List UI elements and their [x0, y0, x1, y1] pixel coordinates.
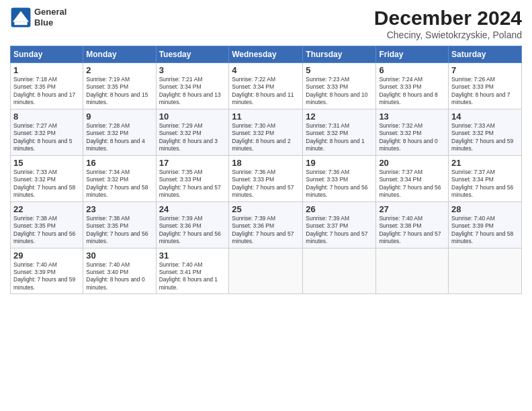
day-number: 6 [379, 65, 445, 75]
table-row [303, 248, 376, 294]
col-thursday: Thursday [303, 46, 376, 63]
table-row: 30Sunrise: 7:40 AM Sunset: 3:40 PM Dayli… [83, 248, 156, 294]
day-info: Sunrise: 7:40 AM Sunset: 3:39 PM Dayligh… [451, 215, 519, 246]
table-row: 16Sunrise: 7:34 AM Sunset: 3:32 PM Dayli… [83, 155, 156, 201]
col-monday: Monday [83, 46, 156, 63]
day-number: 15 [13, 158, 80, 168]
day-info: Sunrise: 7:18 AM Sunset: 3:35 PM Dayligh… [13, 76, 80, 107]
table-row: 17Sunrise: 7:35 AM Sunset: 3:33 PM Dayli… [156, 155, 229, 201]
col-saturday: Saturday [449, 46, 522, 63]
header: General Blue December 2024 Checiny, Swie… [10, 7, 522, 40]
table-row: 11Sunrise: 7:30 AM Sunset: 3:32 PM Dayli… [229, 109, 303, 155]
day-number: 27 [379, 204, 445, 214]
day-number: 28 [451, 204, 519, 214]
day-info: Sunrise: 7:39 AM Sunset: 3:37 PM Dayligh… [306, 215, 373, 246]
day-info: Sunrise: 7:40 AM Sunset: 3:38 PM Dayligh… [379, 215, 445, 246]
calendar-row-2: 8Sunrise: 7:27 AM Sunset: 3:32 PM Daylig… [11, 109, 522, 155]
day-number: 24 [159, 204, 226, 214]
table-row: 10Sunrise: 7:29 AM Sunset: 3:32 PM Dayli… [156, 109, 229, 155]
day-info: Sunrise: 7:21 AM Sunset: 3:34 PM Dayligh… [159, 76, 226, 107]
logo: General Blue [10, 7, 66, 28]
day-info: Sunrise: 7:29 AM Sunset: 3:32 PM Dayligh… [159, 122, 226, 153]
day-number: 23 [86, 204, 152, 214]
table-row [376, 248, 449, 294]
day-number: 16 [86, 158, 152, 168]
day-number: 29 [13, 250, 80, 261]
day-info: Sunrise: 7:24 AM Sunset: 3:33 PM Dayligh… [379, 76, 445, 107]
calendar-header-row: Sunday Monday Tuesday Wednesday Thursday… [11, 46, 522, 63]
day-info: Sunrise: 7:27 AM Sunset: 3:32 PM Dayligh… [13, 122, 80, 153]
day-info: Sunrise: 7:32 AM Sunset: 3:32 PM Dayligh… [379, 122, 445, 153]
calendar-row-1: 1Sunrise: 7:18 AM Sunset: 3:35 PM Daylig… [11, 63, 522, 109]
table-row: 28Sunrise: 7:40 AM Sunset: 3:39 PM Dayli… [449, 201, 522, 248]
table-row: 18Sunrise: 7:36 AM Sunset: 3:33 PM Dayli… [229, 155, 303, 201]
subtitle: Checiny, Swietokrzyskie, Poland [374, 30, 522, 40]
day-info: Sunrise: 7:33 AM Sunset: 3:32 PM Dayligh… [451, 122, 519, 153]
table-row: 27Sunrise: 7:40 AM Sunset: 3:38 PM Dayli… [376, 201, 449, 248]
day-info: Sunrise: 7:38 AM Sunset: 3:35 PM Dayligh… [86, 215, 152, 246]
day-number: 2 [86, 65, 152, 75]
logo-line1: General [34, 7, 66, 17]
day-info: Sunrise: 7:23 AM Sunset: 3:33 PM Dayligh… [306, 76, 373, 107]
table-row [229, 248, 303, 294]
day-info: Sunrise: 7:38 AM Sunset: 3:35 PM Dayligh… [13, 215, 80, 246]
day-info: Sunrise: 7:30 AM Sunset: 3:32 PM Dayligh… [232, 122, 300, 153]
day-info: Sunrise: 7:34 AM Sunset: 3:32 PM Dayligh… [86, 169, 152, 199]
table-row [449, 248, 522, 294]
table-row: 3Sunrise: 7:21 AM Sunset: 3:34 PM Daylig… [156, 63, 229, 109]
table-row: 1Sunrise: 7:18 AM Sunset: 3:35 PM Daylig… [11, 63, 83, 109]
table-row: 25Sunrise: 7:39 AM Sunset: 3:36 PM Dayli… [229, 201, 303, 248]
logo-text: General Blue [34, 7, 66, 28]
day-info: Sunrise: 7:19 AM Sunset: 3:35 PM Dayligh… [86, 76, 152, 107]
day-number: 18 [232, 158, 300, 168]
table-row: 15Sunrise: 7:33 AM Sunset: 3:32 PM Dayli… [11, 155, 83, 201]
day-number: 20 [379, 158, 445, 168]
day-number: 1 [13, 65, 80, 75]
day-info: Sunrise: 7:31 AM Sunset: 3:32 PM Dayligh… [306, 122, 373, 153]
table-row: 5Sunrise: 7:23 AM Sunset: 3:33 PM Daylig… [303, 63, 376, 109]
day-number: 10 [159, 111, 226, 122]
svg-rect-2 [14, 21, 27, 25]
table-row: 8Sunrise: 7:27 AM Sunset: 3:32 PM Daylig… [11, 109, 83, 155]
table-row: 20Sunrise: 7:37 AM Sunset: 3:34 PM Dayli… [376, 155, 449, 201]
table-row: 19Sunrise: 7:36 AM Sunset: 3:33 PM Dayli… [303, 155, 376, 201]
col-friday: Friday [376, 46, 449, 63]
day-info: Sunrise: 7:36 AM Sunset: 3:33 PM Dayligh… [306, 169, 373, 199]
day-number: 11 [232, 111, 300, 122]
table-row: 6Sunrise: 7:24 AM Sunset: 3:33 PM Daylig… [376, 63, 449, 109]
day-info: Sunrise: 7:37 AM Sunset: 3:34 PM Dayligh… [379, 169, 445, 199]
day-number: 13 [379, 111, 445, 122]
logo-icon [10, 7, 32, 28]
day-info: Sunrise: 7:40 AM Sunset: 3:41 PM Dayligh… [159, 261, 226, 292]
day-info: Sunrise: 7:40 AM Sunset: 3:39 PM Dayligh… [13, 261, 80, 292]
day-info: Sunrise: 7:35 AM Sunset: 3:33 PM Dayligh… [159, 169, 226, 199]
day-number: 14 [451, 111, 519, 122]
table-row: 29Sunrise: 7:40 AM Sunset: 3:39 PM Dayli… [11, 248, 83, 294]
calendar-row-5: 29Sunrise: 7:40 AM Sunset: 3:39 PM Dayli… [11, 248, 522, 294]
day-info: Sunrise: 7:33 AM Sunset: 3:32 PM Dayligh… [13, 169, 80, 199]
day-number: 21 [451, 158, 519, 168]
day-info: Sunrise: 7:26 AM Sunset: 3:33 PM Dayligh… [451, 76, 519, 107]
table-row: 4Sunrise: 7:22 AM Sunset: 3:34 PM Daylig… [229, 63, 303, 109]
day-info: Sunrise: 7:39 AM Sunset: 3:36 PM Dayligh… [232, 215, 300, 246]
day-number: 26 [306, 204, 373, 214]
day-number: 25 [232, 204, 300, 214]
day-number: 9 [86, 111, 152, 122]
day-info: Sunrise: 7:22 AM Sunset: 3:34 PM Dayligh… [232, 76, 300, 107]
day-info: Sunrise: 7:37 AM Sunset: 3:34 PM Dayligh… [451, 169, 519, 199]
day-number: 17 [159, 158, 226, 168]
page-container: General Blue December 2024 Checiny, Swie… [0, 0, 532, 298]
table-row: 9Sunrise: 7:28 AM Sunset: 3:32 PM Daylig… [83, 109, 156, 155]
col-sunday: Sunday [11, 46, 83, 63]
table-row: 26Sunrise: 7:39 AM Sunset: 3:37 PM Dayli… [303, 201, 376, 248]
col-tuesday: Tuesday [156, 46, 229, 63]
table-row: 24Sunrise: 7:39 AM Sunset: 3:36 PM Dayli… [156, 201, 229, 248]
table-row: 12Sunrise: 7:31 AM Sunset: 3:32 PM Dayli… [303, 109, 376, 155]
calendar-table: Sunday Monday Tuesday Wednesday Thursday… [10, 46, 522, 294]
day-number: 12 [306, 111, 373, 122]
day-info: Sunrise: 7:28 AM Sunset: 3:32 PM Dayligh… [86, 122, 152, 153]
day-number: 31 [159, 250, 226, 261]
col-wednesday: Wednesday [229, 46, 303, 63]
calendar-row-4: 22Sunrise: 7:38 AM Sunset: 3:35 PM Dayli… [11, 201, 522, 248]
day-number: 30 [86, 250, 152, 261]
